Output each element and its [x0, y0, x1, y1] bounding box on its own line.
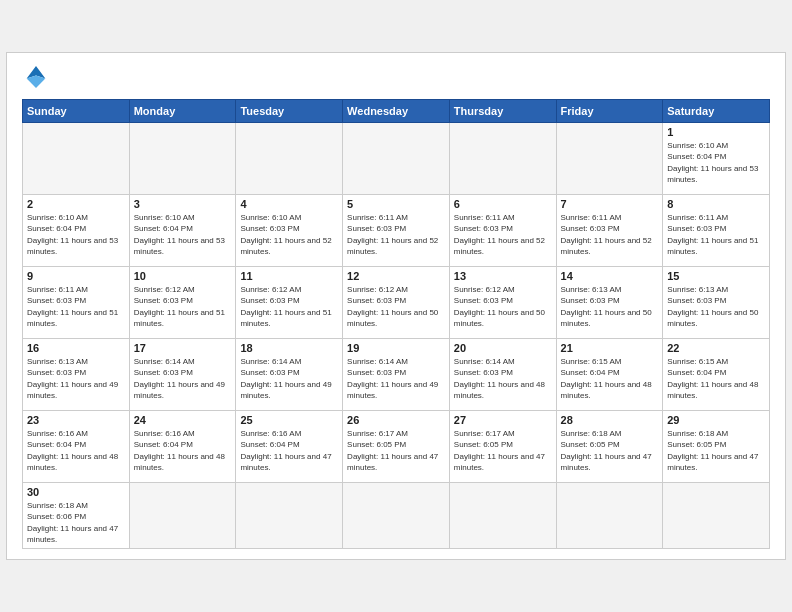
- day-number: 6: [454, 198, 552, 210]
- day-cell: 13Sunrise: 6:12 AMSunset: 6:03 PMDayligh…: [449, 267, 556, 339]
- day-number: 20: [454, 342, 552, 354]
- day-number: 8: [667, 198, 765, 210]
- day-cell: [556, 123, 663, 195]
- day-cell: 17Sunrise: 6:14 AMSunset: 6:03 PMDayligh…: [129, 339, 236, 411]
- day-number: 2: [27, 198, 125, 210]
- day-cell: 4Sunrise: 6:10 AMSunset: 6:03 PMDaylight…: [236, 195, 343, 267]
- day-number: 24: [134, 414, 232, 426]
- day-cell: 22Sunrise: 6:15 AMSunset: 6:04 PMDayligh…: [663, 339, 770, 411]
- day-info: Sunrise: 6:16 AMSunset: 6:04 PMDaylight:…: [27, 428, 125, 473]
- day-number: 18: [240, 342, 338, 354]
- day-number: 14: [561, 270, 659, 282]
- day-cell: 27Sunrise: 6:17 AMSunset: 6:05 PMDayligh…: [449, 411, 556, 483]
- day-number: 26: [347, 414, 445, 426]
- day-number: 21: [561, 342, 659, 354]
- day-cell: 11Sunrise: 6:12 AMSunset: 6:03 PMDayligh…: [236, 267, 343, 339]
- day-info: Sunrise: 6:16 AMSunset: 6:04 PMDaylight:…: [134, 428, 232, 473]
- day-info: Sunrise: 6:14 AMSunset: 6:03 PMDaylight:…: [454, 356, 552, 401]
- day-cell: [236, 483, 343, 549]
- day-info: Sunrise: 6:18 AMSunset: 6:05 PMDaylight:…: [561, 428, 659, 473]
- day-info: Sunrise: 6:11 AMSunset: 6:03 PMDaylight:…: [667, 212, 765, 257]
- day-cell: 29Sunrise: 6:18 AMSunset: 6:05 PMDayligh…: [663, 411, 770, 483]
- day-number: 9: [27, 270, 125, 282]
- day-cell: [129, 483, 236, 549]
- day-info: Sunrise: 6:10 AMSunset: 6:04 PMDaylight:…: [27, 212, 125, 257]
- day-cell: 3Sunrise: 6:10 AMSunset: 6:04 PMDaylight…: [129, 195, 236, 267]
- day-info: Sunrise: 6:13 AMSunset: 6:03 PMDaylight:…: [667, 284, 765, 329]
- day-info: Sunrise: 6:12 AMSunset: 6:03 PMDaylight:…: [134, 284, 232, 329]
- day-cell: 1Sunrise: 6:10 AMSunset: 6:04 PMDaylight…: [663, 123, 770, 195]
- day-info: Sunrise: 6:18 AMSunset: 6:06 PMDaylight:…: [27, 500, 125, 545]
- day-number: 4: [240, 198, 338, 210]
- day-cell: 12Sunrise: 6:12 AMSunset: 6:03 PMDayligh…: [343, 267, 450, 339]
- day-cell: 7Sunrise: 6:11 AMSunset: 6:03 PMDaylight…: [556, 195, 663, 267]
- day-cell: [343, 483, 450, 549]
- day-number: 22: [667, 342, 765, 354]
- day-info: Sunrise: 6:11 AMSunset: 6:03 PMDaylight:…: [347, 212, 445, 257]
- day-number: 5: [347, 198, 445, 210]
- day-info: Sunrise: 6:10 AMSunset: 6:04 PMDaylight:…: [667, 140, 765, 185]
- weekday-header-thursday: Thursday: [449, 100, 556, 123]
- day-cell: [449, 483, 556, 549]
- day-info: Sunrise: 6:13 AMSunset: 6:03 PMDaylight:…: [27, 356, 125, 401]
- day-number: 11: [240, 270, 338, 282]
- week-row-6: 30Sunrise: 6:18 AMSunset: 6:06 PMDayligh…: [23, 483, 770, 549]
- day-number: 30: [27, 486, 125, 498]
- day-cell: 10Sunrise: 6:12 AMSunset: 6:03 PMDayligh…: [129, 267, 236, 339]
- header: [22, 63, 770, 91]
- day-number: 3: [134, 198, 232, 210]
- day-info: Sunrise: 6:10 AMSunset: 6:04 PMDaylight:…: [134, 212, 232, 257]
- day-cell: 19Sunrise: 6:14 AMSunset: 6:03 PMDayligh…: [343, 339, 450, 411]
- day-number: 10: [134, 270, 232, 282]
- day-cell: 28Sunrise: 6:18 AMSunset: 6:05 PMDayligh…: [556, 411, 663, 483]
- day-cell: [236, 123, 343, 195]
- day-cell: 16Sunrise: 6:13 AMSunset: 6:03 PMDayligh…: [23, 339, 130, 411]
- day-info: Sunrise: 6:11 AMSunset: 6:03 PMDaylight:…: [454, 212, 552, 257]
- day-cell: 18Sunrise: 6:14 AMSunset: 6:03 PMDayligh…: [236, 339, 343, 411]
- day-number: 29: [667, 414, 765, 426]
- calendar-table: SundayMondayTuesdayWednesdayThursdayFrid…: [22, 99, 770, 549]
- weekday-header-sunday: Sunday: [23, 100, 130, 123]
- day-cell: 5Sunrise: 6:11 AMSunset: 6:03 PMDaylight…: [343, 195, 450, 267]
- day-info: Sunrise: 6:14 AMSunset: 6:03 PMDaylight:…: [134, 356, 232, 401]
- day-number: 13: [454, 270, 552, 282]
- logo: [22, 63, 54, 91]
- day-number: 25: [240, 414, 338, 426]
- week-row-2: 2Sunrise: 6:10 AMSunset: 6:04 PMDaylight…: [23, 195, 770, 267]
- calendar-header: SundayMondayTuesdayWednesdayThursdayFrid…: [23, 100, 770, 123]
- week-row-3: 9Sunrise: 6:11 AMSunset: 6:03 PMDaylight…: [23, 267, 770, 339]
- day-cell: 24Sunrise: 6:16 AMSunset: 6:04 PMDayligh…: [129, 411, 236, 483]
- day-info: Sunrise: 6:17 AMSunset: 6:05 PMDaylight:…: [347, 428, 445, 473]
- day-number: 16: [27, 342, 125, 354]
- calendar-container: SundayMondayTuesdayWednesdayThursdayFrid…: [6, 52, 786, 560]
- day-cell: [23, 123, 130, 195]
- day-info: Sunrise: 6:16 AMSunset: 6:04 PMDaylight:…: [240, 428, 338, 473]
- logo-icon: [22, 63, 50, 91]
- day-info: Sunrise: 6:18 AMSunset: 6:05 PMDaylight:…: [667, 428, 765, 473]
- day-cell: 9Sunrise: 6:11 AMSunset: 6:03 PMDaylight…: [23, 267, 130, 339]
- week-row-1: 1Sunrise: 6:10 AMSunset: 6:04 PMDaylight…: [23, 123, 770, 195]
- week-row-4: 16Sunrise: 6:13 AMSunset: 6:03 PMDayligh…: [23, 339, 770, 411]
- day-cell: 25Sunrise: 6:16 AMSunset: 6:04 PMDayligh…: [236, 411, 343, 483]
- day-info: Sunrise: 6:15 AMSunset: 6:04 PMDaylight:…: [667, 356, 765, 401]
- day-info: Sunrise: 6:10 AMSunset: 6:03 PMDaylight:…: [240, 212, 338, 257]
- day-info: Sunrise: 6:14 AMSunset: 6:03 PMDaylight:…: [347, 356, 445, 401]
- day-cell: [129, 123, 236, 195]
- day-cell: [556, 483, 663, 549]
- day-info: Sunrise: 6:14 AMSunset: 6:03 PMDaylight:…: [240, 356, 338, 401]
- week-row-5: 23Sunrise: 6:16 AMSunset: 6:04 PMDayligh…: [23, 411, 770, 483]
- day-info: Sunrise: 6:12 AMSunset: 6:03 PMDaylight:…: [240, 284, 338, 329]
- day-cell: 15Sunrise: 6:13 AMSunset: 6:03 PMDayligh…: [663, 267, 770, 339]
- day-number: 19: [347, 342, 445, 354]
- weekday-header-saturday: Saturday: [663, 100, 770, 123]
- day-cell: 23Sunrise: 6:16 AMSunset: 6:04 PMDayligh…: [23, 411, 130, 483]
- day-info: Sunrise: 6:13 AMSunset: 6:03 PMDaylight:…: [561, 284, 659, 329]
- weekday-header-monday: Monday: [129, 100, 236, 123]
- day-info: Sunrise: 6:15 AMSunset: 6:04 PMDaylight:…: [561, 356, 659, 401]
- day-number: 28: [561, 414, 659, 426]
- day-cell: 30Sunrise: 6:18 AMSunset: 6:06 PMDayligh…: [23, 483, 130, 549]
- weekday-header-wednesday: Wednesday: [343, 100, 450, 123]
- day-number: 12: [347, 270, 445, 282]
- day-info: Sunrise: 6:17 AMSunset: 6:05 PMDaylight:…: [454, 428, 552, 473]
- day-cell: 21Sunrise: 6:15 AMSunset: 6:04 PMDayligh…: [556, 339, 663, 411]
